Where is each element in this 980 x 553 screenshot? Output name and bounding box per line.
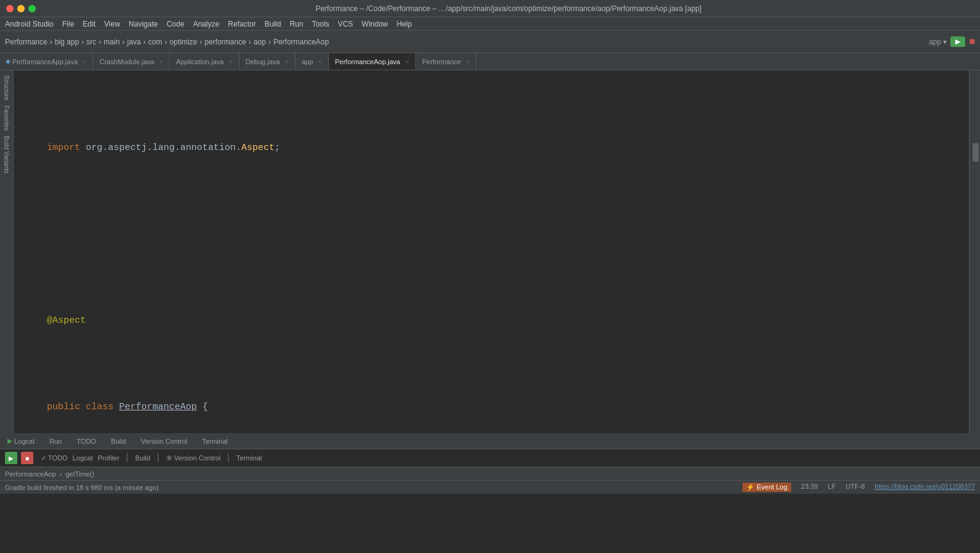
stop-icon[interactable]: ■: [969, 36, 975, 48]
right-sidebar: [969, 70, 980, 433]
bottom-tab-logcat[interactable]: ▶Logcat: [0, 433, 42, 449]
status-coords: 23:39: [801, 483, 818, 492]
tabs-bar: PerformanceApp.java × CrashModule.java ×…: [0, 53, 980, 70]
run-stop-buttons: ▶ ■: [5, 452, 33, 464]
traffic-lights: [6, 5, 36, 12]
scrollbar-thumb[interactable]: [973, 143, 979, 162]
breadcrumb-src[interactable]: src: [86, 38, 96, 46]
code-line: public class PerformanceAop {: [14, 399, 969, 416]
menu-build[interactable]: Build: [265, 20, 281, 28]
breadcrumb-gettime[interactable]: getTime(): [65, 470, 94, 478]
close-tab-icon[interactable]: ×: [159, 58, 163, 65]
separator: |: [225, 452, 231, 464]
breadcrumb-performance2[interactable]: performance: [204, 38, 246, 46]
close-tab-icon[interactable]: ×: [284, 58, 288, 65]
close-button[interactable]: [6, 5, 14, 12]
bottom-toolbar-items: ✓ TODO Logcat Profiler | Build | ⑨ Versi…: [41, 452, 262, 464]
breadcrumb-bottom: PerformanceAop › getTime(): [0, 467, 980, 480]
bottom-tab-versioncontrol[interactable]: Version Control: [133, 433, 194, 449]
menu-run[interactable]: Run: [289, 20, 303, 28]
tab-crashmodule[interactable]: CrashModule.java ×: [93, 53, 170, 70]
run-button[interactable]: ▶: [950, 36, 965, 47]
menu-vcs[interactable]: VCS: [338, 20, 353, 28]
app-selector[interactable]: app ▾: [929, 38, 947, 46]
maximize-button[interactable]: [28, 5, 36, 12]
menu-bar: Android Studio File Edit View Navigate C…: [0, 17, 980, 31]
menu-android-studio[interactable]: Android Studio: [5, 20, 54, 28]
title-bar: Performance – /Code/Performance – …/app/…: [0, 0, 980, 17]
separator: |: [124, 452, 130, 464]
todo-item[interactable]: ✓ TODO: [41, 454, 67, 462]
git-item[interactable]: ⑨ Version Control: [166, 454, 220, 462]
menu-help[interactable]: Help: [397, 20, 412, 28]
logcat-label: Logcat: [72, 454, 93, 462]
code-line: @Aspect: [14, 312, 969, 330]
bottom-tabs: ▶Logcat Run TODO Build Version Control T…: [0, 433, 980, 449]
tab-performanceapp[interactable]: PerformanceApp.java ×: [0, 53, 93, 70]
status-encoding: UTF-8: [845, 483, 865, 492]
main-area: Structure Favorites Build Variants impor…: [0, 70, 980, 433]
tab-performanceaop[interactable]: PerformanceAop.java ×: [329, 53, 416, 70]
breadcrumb-performance[interactable]: Performance: [5, 38, 48, 46]
sidebar-structure[interactable]: Structure: [3, 75, 10, 101]
logcat-run-button[interactable]: ▶: [5, 452, 17, 464]
toolbar: Performance › big app › src › main › jav…: [0, 31, 980, 53]
code-editor[interactable]: import org.aspectj.lang.annotation.Aspec…: [14, 70, 969, 433]
code-line: import org.aspectj.lang.annotation.Aspec…: [14, 139, 969, 157]
breadcrumb-performanceaop[interactable]: PerformanceAop: [5, 470, 56, 478]
breadcrumb-optimize[interactable]: optimize: [170, 38, 197, 46]
menu-refactor[interactable]: Refactor: [228, 20, 255, 28]
build-item[interactable]: Build: [135, 454, 150, 462]
left-sidebar: Structure Favorites Build Variants: [0, 70, 14, 433]
tab-debug[interactable]: Debug.java ×: [239, 53, 296, 70]
status-link[interactable]: https://blog.csdn.net/u011208377: [874, 483, 975, 492]
status-message: Gradle build finished in 18 s 980 ms (a …: [5, 484, 742, 491]
menu-code[interactable]: Code: [167, 20, 185, 28]
close-tab-icon[interactable]: ×: [405, 58, 409, 65]
menu-navigate[interactable]: Navigate: [129, 20, 158, 28]
close-tab-icon[interactable]: ×: [466, 58, 470, 65]
separator: |: [155, 452, 161, 464]
event-log-badge[interactable]: ⚡ Event Log: [742, 483, 791, 492]
bottom-content: ▶ ■ ✓ TODO Logcat Profiler | Build | ⑨ V…: [0, 449, 980, 467]
minimize-button[interactable]: [17, 5, 25, 12]
sidebar-build[interactable]: Build Variants: [3, 136, 10, 173]
sidebar-favorites[interactable]: Favorites: [3, 106, 10, 131]
breadcrumb-bigapp[interactable]: big app: [55, 38, 79, 46]
close-tab-icon[interactable]: ×: [318, 58, 322, 65]
tab-app[interactable]: app ×: [296, 53, 329, 70]
bottom-tab-run[interactable]: Run: [42, 433, 69, 449]
close-tab-icon[interactable]: ×: [83, 58, 86, 65]
breadcrumb-com[interactable]: com: [148, 38, 162, 46]
status-right: ⚡ Event Log 23:39 LF UTF-8 https://blog.…: [742, 483, 975, 492]
menu-view[interactable]: View: [104, 20, 120, 28]
status-bar: Gradle build finished in 18 s 980 ms (a …: [0, 480, 980, 494]
terminal-item[interactable]: Terminal: [236, 454, 262, 462]
bottom-tab-build[interactable]: Build: [104, 433, 133, 449]
logcat-stop-button[interactable]: ■: [21, 452, 33, 464]
menu-analyze[interactable]: Analyze: [193, 20, 220, 28]
status-lfs: LF: [828, 483, 836, 492]
window-title: Performance – /Code/Performance – …/app/…: [43, 4, 974, 13]
bottom-tab-todo[interactable]: TODO: [69, 433, 104, 449]
close-tab-icon[interactable]: ×: [228, 58, 232, 65]
breadcrumb-main[interactable]: main: [104, 38, 120, 46]
code-line: [14, 226, 969, 243]
code-content: import org.aspectj.lang.annotation.Aspec…: [14, 70, 969, 433]
breadcrumb-file[interactable]: PerformanceAop: [273, 38, 329, 46]
toolbar-actions: app ▾ ▶ ■: [929, 36, 975, 48]
menu-window[interactable]: Window: [362, 20, 388, 28]
tab-performance[interactable]: Performance ×: [416, 53, 476, 70]
menu-tools[interactable]: Tools: [312, 20, 329, 28]
menu-edit[interactable]: Edit: [83, 20, 96, 28]
tab-application[interactable]: Application.java ×: [170, 53, 239, 70]
profiler-item[interactable]: Profiler: [98, 454, 119, 462]
breadcrumb-aop[interactable]: aop: [254, 38, 266, 46]
breadcrumb-java[interactable]: java: [127, 38, 141, 46]
toolbar-breadcrumb: Performance › big app › src › main › jav…: [5, 38, 926, 46]
bottom-tab-terminal[interactable]: Terminal: [194, 433, 235, 449]
menu-file[interactable]: File: [62, 20, 74, 28]
